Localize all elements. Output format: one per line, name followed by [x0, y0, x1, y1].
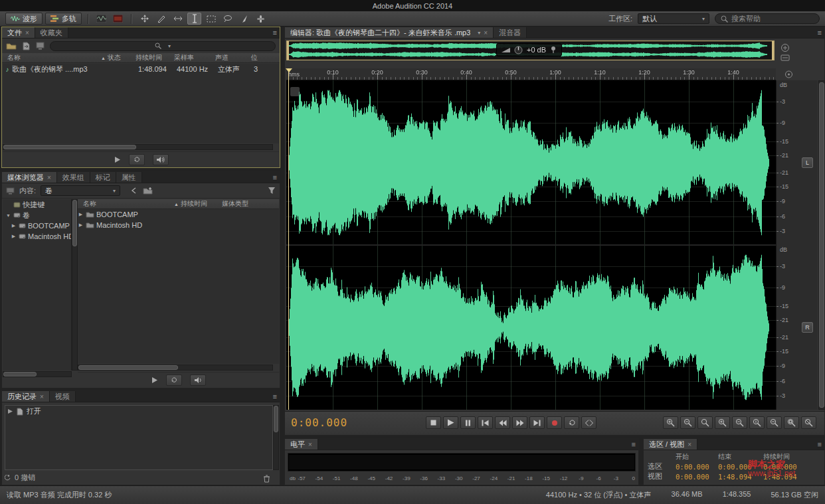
- collapse-icon[interactable]: ▼: [5, 213, 11, 218]
- workspace-dropdown[interactable]: 默认 ▾: [638, 13, 709, 24]
- shuttle-button[interactable]: [581, 416, 596, 429]
- tree-vertical-scrollbar[interactable]: [72, 199, 78, 371]
- close-icon[interactable]: ×: [25, 29, 29, 37]
- tab-media-browser[interactable]: 媒体浏览器 ×: [2, 172, 57, 183]
- close-icon[interactable]: ×: [688, 441, 691, 448]
- import-file-icon[interactable]: [22, 42, 31, 50]
- marquee-selection-tool[interactable]: [204, 13, 218, 25]
- zoom-in-button[interactable]: [663, 416, 678, 429]
- media-row-macintosh-hd[interactable]: ▶ Macintosh HD: [78, 220, 279, 230]
- pause-button[interactable]: [460, 416, 476, 429]
- preview-play-icon[interactable]: [151, 377, 158, 384]
- slip-tool[interactable]: [171, 13, 185, 25]
- zoom-in-time-button[interactable]: [715, 416, 730, 429]
- zoom-out-amplitude-button[interactable]: [767, 416, 782, 429]
- monitor-icon[interactable]: [784, 70, 793, 78]
- tab-mixer[interactable]: 混音器: [494, 27, 527, 38]
- waveform-canvas[interactable]: [286, 80, 776, 410]
- history-vertical-scrollbar[interactable]: [273, 405, 279, 470]
- close-icon[interactable]: ×: [484, 29, 488, 37]
- expand-icon[interactable]: ▶: [78, 212, 84, 217]
- overview-settings-icon[interactable]: [780, 54, 790, 62]
- media-horizontal-scrollbar[interactable]: [78, 365, 273, 371]
- open-file-icon[interactable]: [6, 42, 17, 50]
- back-icon[interactable]: [130, 187, 138, 194]
- rewind-button[interactable]: [495, 416, 510, 429]
- waveform-display[interactable]: [286, 80, 776, 410]
- panel-menu-icon[interactable]: ≡: [632, 440, 636, 448]
- tab-effects-rack[interactable]: 效果组: [57, 172, 90, 183]
- multitrack-mode-button[interactable]: 多轨: [45, 13, 82, 25]
- media-browser-shortcut-icon[interactable]: [36, 42, 45, 50]
- expand-icon[interactable]: ▶: [11, 223, 17, 228]
- left-channel-button[interactable]: L: [802, 157, 813, 168]
- waveform-mode-button[interactable]: 波形: [5, 13, 43, 25]
- editor-corner-icon[interactable]: [290, 87, 300, 96]
- fast-forward-button[interactable]: [512, 416, 527, 429]
- zoom-out-time-button[interactable]: [732, 416, 747, 429]
- volume-hud[interactable]: +0 dB: [496, 43, 562, 56]
- selection-start-value[interactable]: 0:00.000: [676, 463, 718, 471]
- skip-to-end-button[interactable]: [529, 416, 545, 429]
- panel-menu-icon[interactable]: ≡: [818, 440, 822, 448]
- time-selection-tool[interactable]: [187, 13, 201, 25]
- tab-properties[interactable]: 属性: [116, 172, 142, 183]
- skip-to-start-button[interactable]: [478, 416, 493, 429]
- stop-button[interactable]: [426, 416, 441, 429]
- playhead-handle[interactable]: [286, 68, 292, 72]
- playhead[interactable]: [288, 68, 289, 410]
- show-waveform-toggle[interactable]: [94, 13, 108, 25]
- tree-item-macintosh-hd[interactable]: ▶ Macintosh HD: [3, 231, 71, 242]
- media-row-bootcamp[interactable]: ▶ BOOTCAMP: [78, 209, 279, 220]
- preview-play-icon[interactable]: [114, 156, 121, 163]
- panel-menu-icon[interactable]: ≡: [273, 29, 277, 37]
- close-icon[interactable]: ×: [308, 441, 312, 448]
- tab-selection-view[interactable]: 选区 / 视图 ×: [644, 439, 697, 450]
- zoom-in-amplitude-button[interactable]: [749, 416, 765, 429]
- panel-menu-icon[interactable]: ≡: [818, 29, 822, 37]
- timeline-ruler[interactable]: hms 0:100:200:300:400:501:001:101:201:30…: [286, 68, 776, 80]
- preview-speaker-button[interactable]: [153, 154, 169, 165]
- tree-item-shortcuts[interactable]: 快捷键: [3, 199, 71, 210]
- move-tool[interactable]: [138, 13, 151, 25]
- panel-menu-icon[interactable]: ≡: [273, 392, 277, 400]
- right-channel-button[interactable]: R: [802, 322, 813, 333]
- overview-zoom-icon[interactable]: [780, 43, 790, 52]
- zoom-full-button[interactable]: [697, 416, 713, 429]
- overview-left-handle[interactable]: [287, 41, 289, 60]
- volume-knob-icon[interactable]: [514, 46, 523, 54]
- tab-favorites[interactable]: 收藏夹: [35, 27, 68, 38]
- add-shortcut-icon[interactable]: [143, 187, 153, 195]
- files-search-input[interactable]: ▾: [50, 41, 276, 51]
- vertical-zoom-scrollbar[interactable]: [818, 80, 825, 410]
- razor-tool[interactable]: [154, 13, 168, 25]
- zoom-reset-button[interactable]: [801, 416, 816, 429]
- play-button[interactable]: [443, 416, 458, 429]
- record-button[interactable]: [547, 416, 562, 429]
- tab-video[interactable]: 视频: [50, 391, 76, 402]
- preview-speaker-button[interactable]: [190, 375, 206, 386]
- tab-markers[interactable]: 标记: [90, 172, 116, 183]
- tree-item-bootcamp[interactable]: ▶ BOOTCAMP: [3, 220, 71, 231]
- media-column-header[interactable]: 名称 ▲ 持续时间 媒体类型: [78, 199, 279, 209]
- filter-icon[interactable]: [268, 187, 276, 195]
- tab-files[interactable]: 文件 ×: [2, 27, 35, 38]
- loop-playback-button[interactable]: [564, 416, 579, 429]
- help-search-input[interactable]: 搜索帮助: [715, 13, 820, 24]
- trash-icon[interactable]: [263, 475, 270, 483]
- tab-editor[interactable]: 编辑器: 歌曲《夜的钢琴曲二十四》- 来自虾米音乐 .mp3 ▾ ×: [285, 27, 494, 38]
- tree-horizontal-scrollbar[interactable]: [3, 371, 72, 377]
- history-item-open[interactable]: 打开: [5, 406, 272, 417]
- content-dropdown[interactable]: 卷 ▾: [41, 185, 120, 196]
- expand-icon[interactable]: ▶: [78, 222, 84, 228]
- files-horizontal-scrollbar[interactable]: [3, 144, 273, 150]
- spot-healing-brush-tool[interactable]: [254, 13, 268, 25]
- panel-menu-icon[interactable]: ≡: [273, 173, 277, 181]
- lasso-selection-tool[interactable]: [221, 13, 234, 25]
- paintbrush-selection-tool[interactable]: [237, 13, 251, 25]
- tree-item-volumes[interactable]: ▼ 卷: [3, 210, 71, 220]
- close-icon[interactable]: ×: [47, 174, 51, 181]
- close-icon[interactable]: ×: [40, 393, 44, 400]
- file-row[interactable]: ♪ 歌曲《夜的钢琴 ....mp3 1:48.094 44100 Hz 立体声 …: [3, 64, 279, 74]
- expand-icon[interactable]: ▶: [11, 234, 17, 239]
